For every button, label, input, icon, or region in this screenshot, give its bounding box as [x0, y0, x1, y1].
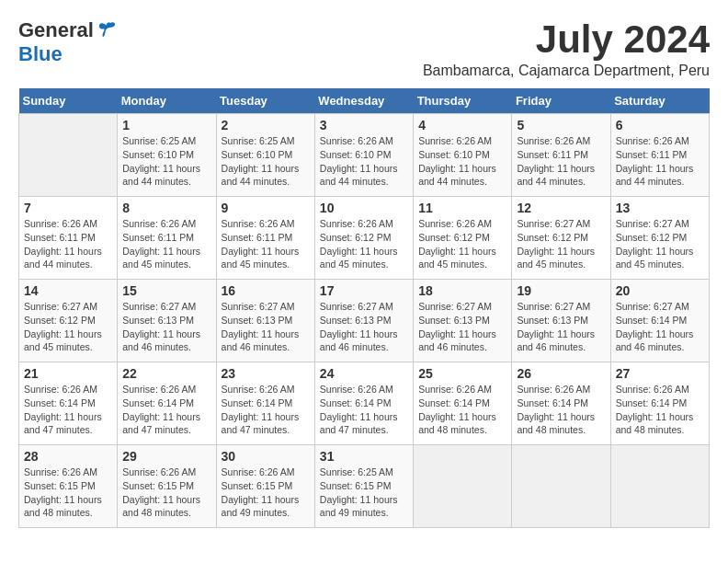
- calendar-week-row: 28Sunrise: 6:26 AM Sunset: 6:15 PM Dayli…: [19, 445, 710, 528]
- day-info: Sunrise: 6:25 AM Sunset: 6:10 PM Dayligh…: [122, 134, 210, 189]
- day-info: Sunrise: 6:26 AM Sunset: 6:14 PM Dayligh…: [222, 383, 310, 437]
- day-info: Sunrise: 6:27 AM Sunset: 6:13 PM Dayligh…: [517, 300, 605, 354]
- header-thursday: Thursday: [414, 88, 512, 114]
- calendar-cell: 19Sunrise: 6:27 AM Sunset: 6:13 PM Dayli…: [512, 280, 610, 362]
- logo-blue: Blue: [18, 42, 63, 66]
- header-monday: Monday: [118, 88, 216, 114]
- calendar-cell: 27Sunrise: 6:26 AM Sunset: 6:14 PM Dayli…: [610, 362, 709, 445]
- day-number: 18: [418, 283, 506, 298]
- day-info: Sunrise: 6:27 AM Sunset: 6:12 PM Dayligh…: [517, 217, 605, 271]
- calendar-cell: 17Sunrise: 6:27 AM Sunset: 6:13 PM Dayli…: [314, 280, 413, 362]
- day-info: Sunrise: 6:26 AM Sunset: 6:11 PM Dayligh…: [222, 217, 310, 271]
- day-info: Sunrise: 6:26 AM Sunset: 6:10 PM Dayligh…: [320, 134, 408, 189]
- day-number: 22: [122, 366, 210, 381]
- day-number: 30: [222, 449, 310, 464]
- header-sunday: Sunday: [19, 88, 118, 114]
- day-number: 14: [24, 283, 112, 298]
- calendar-cell: 20Sunrise: 6:27 AM Sunset: 6:14 PM Dayli…: [610, 280, 709, 362]
- day-number: 29: [122, 449, 210, 464]
- calendar-cell: 11Sunrise: 6:26 AM Sunset: 6:12 PM Dayli…: [414, 197, 512, 280]
- calendar-cell: 25Sunrise: 6:26 AM Sunset: 6:14 PM Dayli…: [414, 362, 512, 445]
- day-number: 6: [616, 118, 704, 132]
- day-info: Sunrise: 6:26 AM Sunset: 6:15 PM Dayligh…: [24, 465, 112, 520]
- day-number: 8: [122, 201, 210, 215]
- day-number: 3: [320, 118, 408, 132]
- calendar-cell: [414, 445, 512, 528]
- day-number: 25: [418, 366, 506, 381]
- day-number: 28: [24, 449, 112, 464]
- header-saturday: Saturday: [610, 88, 709, 114]
- day-number: 7: [24, 201, 112, 215]
- day-number: 17: [320, 283, 408, 298]
- calendar-table: SundayMondayTuesdayWednesdayThursdayFrid…: [18, 88, 710, 528]
- page-header: General Blue July 2024 Bambamarca, Cajam…: [18, 18, 710, 79]
- day-info: Sunrise: 6:27 AM Sunset: 6:13 PM Dayligh…: [222, 300, 310, 354]
- calendar-cell: 16Sunrise: 6:27 AM Sunset: 6:13 PM Dayli…: [216, 280, 314, 362]
- day-info: Sunrise: 6:26 AM Sunset: 6:14 PM Dayligh…: [517, 383, 605, 437]
- calendar-cell: 22Sunrise: 6:26 AM Sunset: 6:14 PM Dayli…: [118, 362, 216, 445]
- calendar-cell: 4Sunrise: 6:26 AM Sunset: 6:10 PM Daylig…: [414, 114, 512, 197]
- calendar-cell: 1Sunrise: 6:25 AM Sunset: 6:10 PM Daylig…: [118, 114, 216, 197]
- calendar-cell: 18Sunrise: 6:27 AM Sunset: 6:13 PM Dayli…: [414, 280, 512, 362]
- calendar-cell: 31Sunrise: 6:25 AM Sunset: 6:15 PM Dayli…: [314, 445, 413, 528]
- day-info: Sunrise: 6:27 AM Sunset: 6:13 PM Dayligh…: [418, 300, 506, 354]
- day-number: 24: [320, 366, 408, 381]
- location-title: Bambamarca, Cajamarca Department, Peru: [423, 63, 710, 79]
- calendar-cell: 9Sunrise: 6:26 AM Sunset: 6:11 PM Daylig…: [216, 197, 314, 280]
- day-number: 20: [616, 283, 704, 298]
- day-info: Sunrise: 6:26 AM Sunset: 6:14 PM Dayligh…: [616, 383, 704, 437]
- day-number: 21: [24, 366, 112, 381]
- day-number: 13: [616, 201, 704, 215]
- calendar-cell: 28Sunrise: 6:26 AM Sunset: 6:15 PM Dayli…: [19, 445, 118, 528]
- day-number: 9: [222, 201, 310, 215]
- day-info: Sunrise: 6:27 AM Sunset: 6:12 PM Dayligh…: [24, 300, 112, 354]
- day-number: 5: [517, 118, 605, 132]
- day-info: Sunrise: 6:26 AM Sunset: 6:15 PM Dayligh…: [222, 465, 310, 520]
- calendar-week-row: 21Sunrise: 6:26 AM Sunset: 6:14 PM Dayli…: [19, 362, 710, 445]
- day-number: 4: [418, 118, 506, 132]
- calendar-week-row: 7Sunrise: 6:26 AM Sunset: 6:11 PM Daylig…: [19, 197, 710, 280]
- day-info: Sunrise: 6:26 AM Sunset: 6:11 PM Dayligh…: [616, 134, 704, 189]
- calendar-cell: 23Sunrise: 6:26 AM Sunset: 6:14 PM Dayli…: [216, 362, 314, 445]
- day-number: 23: [222, 366, 310, 381]
- calendar-cell: [610, 445, 709, 528]
- month-title: July 2024: [423, 18, 710, 61]
- day-info: Sunrise: 6:26 AM Sunset: 6:15 PM Dayligh…: [122, 465, 210, 520]
- calendar-cell: 8Sunrise: 6:26 AM Sunset: 6:11 PM Daylig…: [118, 197, 216, 280]
- day-info: Sunrise: 6:26 AM Sunset: 6:11 PM Dayligh…: [517, 134, 605, 189]
- calendar-cell: 5Sunrise: 6:26 AM Sunset: 6:11 PM Daylig…: [512, 114, 610, 197]
- calendar-cell: 24Sunrise: 6:26 AM Sunset: 6:14 PM Dayli…: [314, 362, 413, 445]
- calendar-cell: 3Sunrise: 6:26 AM Sunset: 6:10 PM Daylig…: [314, 114, 413, 197]
- day-number: 27: [616, 366, 704, 381]
- calendar-cell: 10Sunrise: 6:26 AM Sunset: 6:12 PM Dayli…: [314, 197, 413, 280]
- calendar-cell: 15Sunrise: 6:27 AM Sunset: 6:13 PM Dayli…: [118, 280, 216, 362]
- day-number: 26: [517, 366, 605, 381]
- day-info: Sunrise: 6:26 AM Sunset: 6:11 PM Dayligh…: [24, 217, 112, 271]
- calendar-week-row: 14Sunrise: 6:27 AM Sunset: 6:12 PM Dayli…: [19, 280, 710, 362]
- day-info: Sunrise: 6:26 AM Sunset: 6:11 PM Dayligh…: [122, 217, 210, 271]
- header-tuesday: Tuesday: [216, 88, 314, 114]
- day-info: Sunrise: 6:25 AM Sunset: 6:15 PM Dayligh…: [320, 465, 408, 520]
- title-block: July 2024 Bambamarca, Cajamarca Departme…: [423, 18, 710, 79]
- day-info: Sunrise: 6:27 AM Sunset: 6:12 PM Dayligh…: [616, 217, 704, 271]
- day-info: Sunrise: 6:27 AM Sunset: 6:14 PM Dayligh…: [616, 300, 704, 354]
- day-number: 16: [222, 283, 310, 298]
- day-info: Sunrise: 6:26 AM Sunset: 6:12 PM Dayligh…: [418, 217, 506, 271]
- calendar-cell: 30Sunrise: 6:26 AM Sunset: 6:15 PM Dayli…: [216, 445, 314, 528]
- day-number: 11: [418, 201, 506, 215]
- calendar-cell: 21Sunrise: 6:26 AM Sunset: 6:14 PM Dayli…: [19, 362, 118, 445]
- day-info: Sunrise: 6:26 AM Sunset: 6:14 PM Dayligh…: [24, 383, 112, 437]
- day-info: Sunrise: 6:27 AM Sunset: 6:13 PM Dayligh…: [320, 300, 408, 354]
- calendar-cell: [512, 445, 610, 528]
- header-friday: Friday: [512, 88, 610, 114]
- day-info: Sunrise: 6:27 AM Sunset: 6:13 PM Dayligh…: [122, 300, 210, 354]
- day-number: 15: [122, 283, 210, 298]
- calendar-cell: 14Sunrise: 6:27 AM Sunset: 6:12 PM Dayli…: [19, 280, 118, 362]
- day-number: 2: [222, 118, 310, 132]
- logo-general: General: [18, 18, 94, 42]
- day-info: Sunrise: 6:26 AM Sunset: 6:14 PM Dayligh…: [122, 383, 210, 437]
- day-info: Sunrise: 6:26 AM Sunset: 6:14 PM Dayligh…: [418, 383, 506, 437]
- calendar-cell: 26Sunrise: 6:26 AM Sunset: 6:14 PM Dayli…: [512, 362, 610, 445]
- day-number: 12: [517, 201, 605, 215]
- logo-bird-icon: [96, 19, 118, 41]
